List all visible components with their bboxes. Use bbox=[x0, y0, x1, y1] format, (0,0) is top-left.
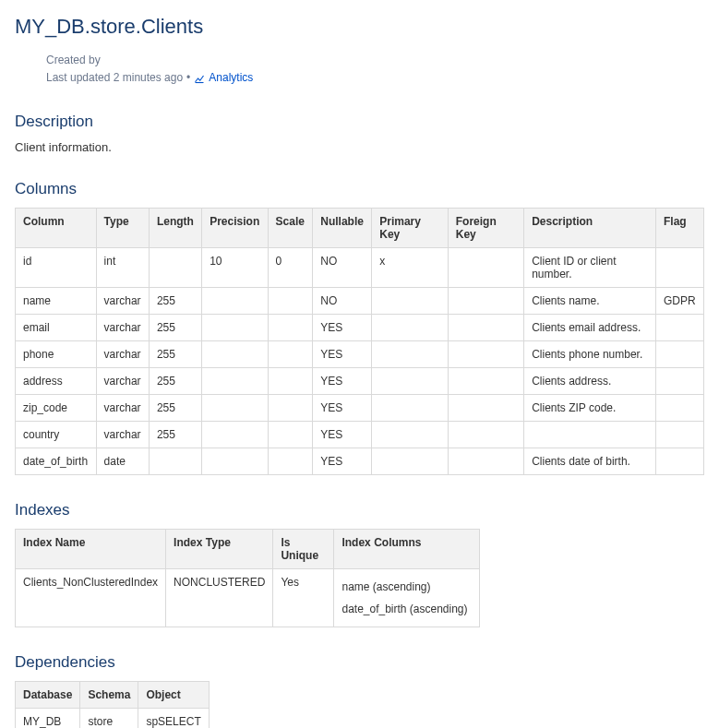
table-cell bbox=[372, 341, 448, 368]
table-row: idint100NOxClient ID or client number. bbox=[16, 248, 704, 288]
table-cell bbox=[655, 341, 703, 368]
table-cell: 255 bbox=[149, 368, 201, 395]
dependencies-th-object: Object bbox=[138, 682, 209, 709]
table-cell: name (ascending)date_of_birth (ascending… bbox=[334, 569, 480, 627]
table-cell: 255 bbox=[149, 395, 201, 422]
table-cell: 255 bbox=[149, 422, 201, 448]
table-row: MY_DBstorespSELECT bbox=[16, 709, 210, 728]
indexes-th-type: Index Type bbox=[166, 530, 273, 569]
table-cell bbox=[448, 395, 523, 422]
table-cell: Clients_NonClusteredIndex bbox=[16, 569, 166, 627]
table-cell: YES bbox=[313, 448, 372, 475]
table-cell: Yes bbox=[273, 569, 334, 627]
table-cell bbox=[202, 341, 268, 368]
analytics-label: Analytics bbox=[209, 69, 253, 87]
table-cell bbox=[149, 248, 201, 288]
table-row: countryvarchar255YES bbox=[16, 422, 704, 448]
table-cell bbox=[655, 448, 703, 475]
table-cell bbox=[202, 395, 268, 422]
table-cell bbox=[372, 368, 448, 395]
table-cell: store bbox=[80, 709, 138, 728]
table-cell bbox=[202, 288, 268, 315]
table-cell: varchar bbox=[96, 315, 149, 341]
columns-th-scale: Scale bbox=[268, 209, 313, 248]
table-cell bbox=[372, 448, 448, 475]
dependencies-header-row: Database Schema Object bbox=[16, 682, 210, 709]
table-cell: x bbox=[372, 248, 448, 288]
table-cell bbox=[655, 315, 703, 341]
table-cell: varchar bbox=[96, 341, 149, 368]
table-row: namevarchar255NOClients name.GDPR bbox=[16, 288, 704, 315]
table-cell bbox=[202, 422, 268, 448]
table-cell: YES bbox=[313, 395, 372, 422]
table-cell bbox=[448, 448, 523, 475]
table-cell bbox=[202, 315, 268, 341]
table-cell bbox=[448, 368, 523, 395]
table-cell: date bbox=[96, 448, 149, 475]
table-cell bbox=[448, 341, 523, 368]
table-cell: address bbox=[16, 368, 97, 395]
table-cell bbox=[202, 448, 268, 475]
index-column-item: date_of_birth (ascending) bbox=[342, 598, 472, 620]
table-cell bbox=[268, 341, 313, 368]
description-heading: Description bbox=[15, 113, 704, 131]
dependencies-table: Database Schema Object MY_DBstorespSELEC… bbox=[15, 681, 210, 728]
table-cell bbox=[268, 448, 313, 475]
table-cell: varchar bbox=[96, 368, 149, 395]
columns-th-precision: Precision bbox=[202, 209, 268, 248]
table-cell bbox=[268, 368, 313, 395]
table-cell: varchar bbox=[96, 395, 149, 422]
table-cell: Clients address. bbox=[524, 368, 656, 395]
created-by-label: Created by bbox=[46, 52, 704, 69]
table-cell: Clients date of birth. bbox=[524, 448, 656, 475]
table-cell bbox=[655, 395, 703, 422]
table-cell bbox=[448, 422, 523, 448]
columns-th-fk: Foreign Key bbox=[448, 209, 523, 248]
table-cell bbox=[149, 448, 201, 475]
indexes-th-cols: Index Columns bbox=[334, 530, 480, 569]
table-cell: 255 bbox=[149, 341, 201, 368]
table-cell: 255 bbox=[149, 315, 201, 341]
table-cell: email bbox=[16, 315, 97, 341]
table-row: addressvarchar255YESClients address. bbox=[16, 368, 704, 395]
table-cell: spSELECT bbox=[138, 709, 209, 728]
table-cell bbox=[268, 395, 313, 422]
table-cell: NO bbox=[313, 248, 372, 288]
table-cell bbox=[202, 368, 268, 395]
table-row: phonevarchar255YESClients phone number. bbox=[16, 341, 704, 368]
table-cell: Clients ZIP code. bbox=[524, 395, 656, 422]
table-cell: Clients name. bbox=[524, 288, 656, 315]
table-cell bbox=[448, 315, 523, 341]
table-cell: zip_code bbox=[16, 395, 97, 422]
last-updated: Last updated 2 minutes ago bbox=[46, 69, 183, 87]
table-cell bbox=[372, 288, 448, 315]
table-cell: date_of_birth bbox=[16, 448, 97, 475]
table-cell: GDPR bbox=[655, 288, 703, 315]
table-row: Clients_NonClusteredIndexNONCLUSTEREDYes… bbox=[16, 569, 480, 627]
table-cell: NO bbox=[313, 288, 372, 315]
table-row: emailvarchar255YESClients email address. bbox=[16, 315, 704, 341]
columns-th-type: Type bbox=[96, 209, 149, 248]
table-cell: YES bbox=[313, 422, 372, 448]
table-cell: phone bbox=[16, 341, 97, 368]
dependencies-th-schema: Schema bbox=[80, 682, 138, 709]
columns-th-column: Column bbox=[16, 209, 97, 248]
columns-th-length: Length bbox=[149, 209, 201, 248]
table-row: date_of_birthdateYESClients date of birt… bbox=[16, 448, 704, 475]
table-cell: varchar bbox=[96, 288, 149, 315]
table-cell: YES bbox=[313, 368, 372, 395]
table-cell bbox=[524, 422, 656, 448]
table-cell: varchar bbox=[96, 422, 149, 448]
analytics-link[interactable]: Analytics bbox=[194, 69, 253, 87]
table-cell: id bbox=[16, 248, 97, 288]
indexes-heading: Indexes bbox=[15, 501, 704, 519]
columns-th-flag: Flag bbox=[655, 209, 703, 248]
indexes-th-unique: Is Unique bbox=[273, 530, 334, 569]
page-meta: Created by Last updated 2 minutes ago • … bbox=[46, 52, 704, 87]
columns-header-row: Column Type Length Precision Scale Nulla… bbox=[16, 209, 704, 248]
indexes-th-name: Index Name bbox=[16, 530, 166, 569]
table-cell bbox=[448, 288, 523, 315]
table-cell bbox=[372, 395, 448, 422]
columns-heading: Columns bbox=[15, 180, 704, 198]
table-cell bbox=[655, 422, 703, 448]
